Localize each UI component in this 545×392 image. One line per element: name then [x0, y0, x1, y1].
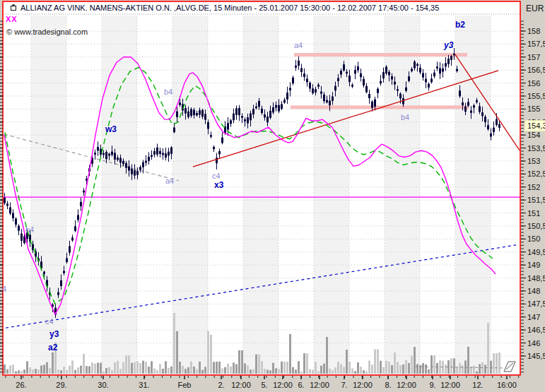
- tradesignal-watermark: © www.tradesignal.com: [6, 28, 88, 36]
- price-tick-label: 152: [527, 183, 540, 191]
- wave-label-a2: a2: [48, 344, 57, 352]
- time-tick-label: 5.: [261, 381, 267, 389]
- time-tick-label: 12:00: [397, 381, 416, 389]
- price-tick-label: 151: [527, 209, 540, 218]
- price-tick-label: 147: [527, 313, 540, 321]
- time-tick-label: 12:00: [310, 381, 329, 389]
- price-tick-label: 155: [527, 105, 540, 113]
- indicator-code-label: XX: [6, 15, 18, 23]
- price-tick-label: 150: [527, 234, 540, 243]
- time-tick-label: 6.: [298, 381, 304, 389]
- price-tick-label: 149: [527, 261, 540, 269]
- wave-label-y3: y3: [444, 42, 453, 49]
- time-tick-label: 12:00: [353, 381, 373, 389]
- wave-label-b4: b4: [25, 226, 34, 234]
- time-tick-label: 31.: [139, 381, 149, 389]
- time-tick-label: 30.: [98, 381, 108, 389]
- chart-canvas[interactable]: [0, 0, 545, 392]
- currency-axis-label: EUR: [526, 4, 544, 13]
- time-tick-label: 16:00: [497, 381, 517, 389]
- price-tick-label: 148,5: [527, 274, 545, 283]
- wave-label-c4: c4: [45, 318, 54, 326]
- price-tick-label: 151,5: [527, 196, 545, 204]
- time-tick-label: 12:00: [273, 381, 293, 389]
- chart-title: ALLIANZ AG VINK. NAMENS-AKTIEN O.N. ,ALV…: [20, 4, 439, 12]
- time-tick-label: 29.: [56, 381, 66, 389]
- wave-label-b2: b2: [455, 21, 465, 29]
- wave-label-c4: c4: [212, 172, 221, 180]
- price-tick-label: 155,5: [527, 92, 545, 100]
- wave-label-b4: b4: [401, 114, 409, 121]
- price-tick-label: 149,5: [527, 248, 545, 256]
- price-tick-label: 158: [527, 27, 540, 35]
- time-tick-label: 9.: [429, 381, 435, 389]
- chart-titlebar[interactable]: ALLIANZ AG VINK. NAMENS-AKTIEN O.N. ,ALV…: [10, 3, 439, 13]
- wave-label-4: 4: [2, 285, 6, 293]
- price-tick-label: 145,5: [527, 352, 545, 360]
- time-tick-label: Feb: [178, 381, 192, 389]
- price-tick-label: 146,5: [527, 326, 545, 334]
- price-tick-label: 153,5: [527, 144, 545, 153]
- wave-label-y3: y3: [49, 331, 59, 338]
- price-tick-label: 146: [527, 339, 540, 348]
- price-tick-label: 154: [527, 131, 540, 139]
- time-tick-label: 12:00: [231, 381, 251, 389]
- price-tick-label: 156: [527, 79, 540, 88]
- time-tick-label: 12.: [472, 381, 483, 389]
- last-price-tag: 154,35: [525, 120, 545, 131]
- price-tick-label: 148: [527, 287, 540, 295]
- tradesignal-chart-window: ALLIANZ AG VINK. NAMENS-AKTIEN O.N. ,ALV…: [0, 0, 545, 392]
- price-tick-label: 147,5: [527, 299, 545, 308]
- wave-label-x3: x3: [214, 182, 223, 189]
- price-tick-label: 150,5: [527, 222, 545, 230]
- price-tick-label: 153: [527, 157, 540, 165]
- price-tick-label: 156,5: [527, 66, 545, 74]
- price-tick-label: 157,5: [527, 40, 545, 48]
- wave-label-w3: w3: [105, 126, 117, 133]
- wave-label-a4: a4: [294, 42, 303, 49]
- time-tick-label: 26.: [16, 381, 26, 389]
- price-tick-label: 152,5: [527, 170, 545, 178]
- window-gadget-icon[interactable]: [10, 4, 17, 11]
- wave-label-b4: b4: [164, 88, 172, 96]
- time-tick-label: 7.: [341, 381, 347, 389]
- wave-label-a4: a4: [165, 177, 174, 185]
- time-tick-label: 2.: [218, 381, 224, 389]
- time-tick-label: 12:00: [440, 381, 460, 389]
- price-tick-label: 157: [527, 53, 540, 61]
- time-tick-label: 8.: [385, 381, 391, 389]
